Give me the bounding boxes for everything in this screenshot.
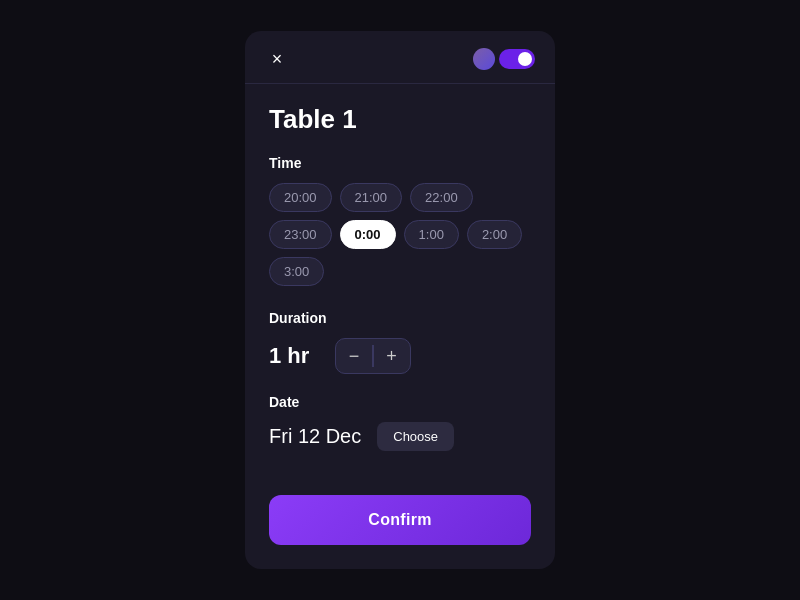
close-button[interactable]: × bbox=[265, 47, 289, 71]
date-section: Date Fri 12 Dec Choose bbox=[269, 394, 531, 451]
increment-button[interactable]: + bbox=[374, 339, 410, 373]
user-avatar bbox=[473, 48, 495, 70]
time-grid: 20:00 21:00 22:00 23:00 0:00 1:00 2:00 3… bbox=[269, 183, 531, 286]
time-chip-2200[interactable]: 22:00 bbox=[410, 183, 473, 212]
time-chip-0100[interactable]: 1:00 bbox=[404, 220, 459, 249]
time-chip-2300[interactable]: 23:00 bbox=[269, 220, 332, 249]
duration-value: 1 hr bbox=[269, 343, 319, 369]
modal-body: Table 1 Time 20:00 21:00 22:00 23:00 0:0… bbox=[245, 84, 555, 495]
modal-header: × bbox=[245, 31, 555, 84]
time-label: Time bbox=[269, 155, 531, 171]
booking-modal: × Table 1 Time 20:00 21:00 22:00 23:00 0… bbox=[245, 31, 555, 569]
confirm-button[interactable]: Confirm bbox=[269, 495, 531, 545]
duration-label: Duration bbox=[269, 310, 531, 326]
toggle-wrapper bbox=[473, 48, 535, 70]
theme-toggle[interactable] bbox=[499, 49, 535, 69]
table-title: Table 1 bbox=[269, 104, 531, 135]
time-chip-0000[interactable]: 0:00 bbox=[340, 220, 396, 249]
time-chip-2100[interactable]: 21:00 bbox=[340, 183, 403, 212]
time-chip-2000[interactable]: 20:00 bbox=[269, 183, 332, 212]
time-chip-0200[interactable]: 2:00 bbox=[467, 220, 522, 249]
duration-stepper: − + bbox=[335, 338, 411, 374]
time-chip-0300[interactable]: 3:00 bbox=[269, 257, 324, 286]
choose-date-button[interactable]: Choose bbox=[377, 422, 454, 451]
time-section: Time 20:00 21:00 22:00 23:00 0:00 1:00 2… bbox=[269, 155, 531, 286]
decrement-button[interactable]: − bbox=[336, 339, 372, 373]
duration-row: 1 hr − + bbox=[269, 338, 531, 374]
date-row: Fri 12 Dec Choose bbox=[269, 422, 531, 451]
date-label: Date bbox=[269, 394, 531, 410]
duration-section: Duration 1 hr − + bbox=[269, 310, 531, 374]
date-value: Fri 12 Dec bbox=[269, 425, 361, 448]
